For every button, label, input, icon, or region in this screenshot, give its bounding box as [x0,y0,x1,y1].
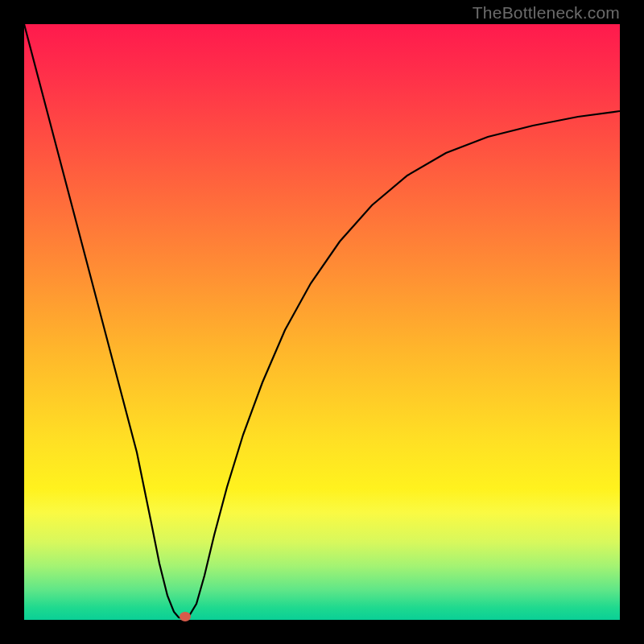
chart-frame: TheBottleneck.com [0,0,644,644]
watermark-text: TheBottleneck.com [473,3,620,23]
curve-svg [24,24,620,620]
plot-area [24,24,620,620]
optimum-marker [180,612,191,621]
bottleneck-curve [24,24,620,618]
